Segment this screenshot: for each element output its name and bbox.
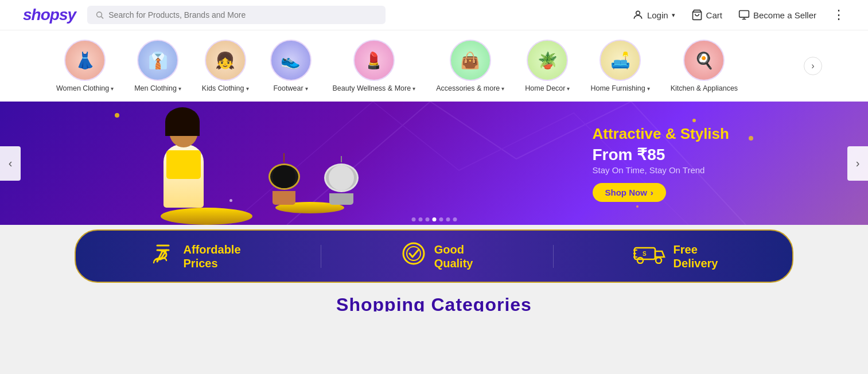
feature-delivery-text: Free Delivery: [674, 243, 718, 270]
nav-item-circle-1: 👔: [137, 40, 178, 81]
nav-item-5[interactable]: 👜 Accessories & more ▾: [426, 36, 515, 96]
delivery-icon: S: [633, 243, 665, 269]
banner-dot-4[interactable]: [439, 217, 443, 221]
chevron-down-icon: ▾: [246, 85, 249, 92]
banner-dot-5[interactable]: [446, 217, 450, 221]
nav-next-arrow[interactable]: ›: [804, 57, 822, 75]
banner-subtitle: Stay On Time, Stay On Trend: [593, 165, 729, 175]
banner-dots: [411, 217, 457, 221]
banner-decoration: [0, 102, 868, 225]
nav-bar: 👗 Women Clothing ▾ 👔 Men Clothing ▾ 👧 Ki…: [0, 30, 868, 102]
feature-divider-1: [321, 245, 321, 268]
banner-next-arrow[interactable]: ›: [847, 146, 868, 181]
nav-item-label-3: Footwear ▾: [273, 84, 308, 92]
nav-item-circle-6: 🪴: [527, 40, 568, 81]
banner-dot-6[interactable]: [453, 217, 457, 221]
banner: ‹: [0, 102, 868, 225]
become-seller-button[interactable]: Become a Seller: [738, 9, 816, 21]
banner-dot-0[interactable]: [411, 217, 415, 221]
feature-quality: Good Quality: [401, 241, 473, 271]
feature-delivery: S Free Delivery: [633, 243, 718, 270]
banner-figure: [149, 110, 218, 225]
banner-container: ‹: [0, 102, 868, 225]
features-bar: Affordable Prices Good Quality S: [75, 229, 793, 283]
watch-display: [275, 202, 344, 213]
chevron-down-icon: ▾: [178, 85, 181, 92]
svg-line-1: [102, 17, 103, 18]
header-actions: Login ▾ Cart Become a Seller ⋮: [632, 7, 845, 22]
nav-item-circle-8: 🍳: [683, 40, 725, 81]
nav-item-label-2: Kids Clothing ▾: [202, 84, 249, 92]
svg-rect-4: [739, 11, 749, 18]
cart-icon: [691, 9, 703, 21]
banner-price: From ₹85: [593, 145, 729, 164]
nav-item-label-5: Accessories & more ▾: [436, 84, 504, 92]
nav-item-label-7: Home Furnishing ▾: [590, 84, 649, 92]
more-options-button[interactable]: ⋮: [832, 7, 845, 22]
shop-now-button[interactable]: Shop Now ›: [593, 183, 666, 202]
banner-dot-3[interactable]: [432, 217, 436, 221]
nav-item-circle-5: 👜: [450, 40, 491, 81]
banner-title: Attractive & Stylish: [593, 125, 729, 143]
login-chevron: ▾: [672, 11, 675, 19]
chevron-down-icon: ▾: [647, 85, 650, 92]
nav-item-circle-7: 🛋️: [600, 40, 641, 81]
nav-item-label-4: Beauty Wellness & More ▾: [333, 84, 416, 92]
nav-item-label-8: Kitchen & Appliances: [671, 84, 738, 92]
nav-item-label-6: Home Decor ▾: [525, 84, 570, 92]
nav-item-circle-4: 💄: [353, 40, 395, 81]
feature-quality-text: Good Quality: [434, 243, 473, 270]
search-bar[interactable]: [87, 6, 386, 24]
chevron-down-icon: ▾: [305, 85, 308, 92]
chevron-down-icon: ▾: [567, 85, 570, 92]
chevron-down-icon: ▾: [412, 85, 415, 92]
search-input[interactable]: [108, 10, 377, 20]
nav-item-circle-3: 👟: [270, 40, 312, 81]
site-logo[interactable]: shopsy: [23, 6, 76, 24]
svg-point-2: [636, 11, 640, 15]
nav-item-7[interactable]: 🛋️ Home Furnishing ▾: [580, 36, 660, 96]
svg-point-9: [637, 258, 643, 263]
feature-affordable-text: Affordable Prices: [184, 243, 241, 270]
nav-categories: 👗 Women Clothing ▾ 👔 Men Clothing ▾ 👧 Ki…: [46, 36, 804, 96]
nav-item-0[interactable]: 👗 Women Clothing ▾: [46, 36, 124, 96]
nav-item-2[interactable]: 👧 Kids Clothing ▾: [192, 36, 259, 96]
chevron-down-icon: ▾: [111, 85, 114, 92]
shopping-categories-heading: Shopping Categories: [0, 294, 868, 311]
banner-dot-2[interactable]: [425, 217, 429, 221]
seller-icon: [738, 9, 750, 21]
banner-text: Attractive & Stylish From ₹85 Stay On Ti…: [593, 125, 729, 202]
chevron-down-icon: ▾: [501, 85, 504, 92]
cart-button[interactable]: Cart: [691, 9, 722, 21]
rupee-icon: [150, 241, 176, 271]
svg-point-10: [656, 258, 661, 263]
nav-item-8[interactable]: 🍳 Kitchen & Appliances: [660, 36, 748, 96]
nav-item-label-1: Men Clothing ▾: [134, 84, 181, 92]
nav-item-label-0: Women Clothing ▾: [56, 84, 114, 92]
svg-point-0: [97, 12, 102, 17]
arrow-icon: ›: [651, 188, 653, 197]
nav-item-1[interactable]: 👔 Men Clothing ▾: [124, 36, 192, 96]
nav-item-3[interactable]: 👟 Footwear ▾: [259, 36, 322, 96]
feature-divider-2: [553, 245, 554, 268]
nav-item-4[interactable]: 💄 Beauty Wellness & More ▾: [322, 36, 426, 96]
nav-item-circle-0: 👗: [64, 40, 106, 81]
shopping-categories-section: Shopping Categories: [0, 283, 868, 311]
header: shopsy Login ▾ Cart Become a Seller ⋮: [0, 0, 868, 30]
nav-item-6[interactable]: 🪴 Home Decor ▾: [515, 36, 580, 96]
banner-prev-arrow[interactable]: ‹: [0, 146, 21, 181]
nav-item-circle-2: 👧: [205, 40, 246, 81]
login-button[interactable]: Login ▾: [632, 9, 675, 21]
quality-icon: [401, 241, 426, 271]
svg-text:S: S: [643, 251, 647, 257]
search-icon: [95, 10, 104, 20]
banner-dot-1[interactable]: [418, 217, 422, 221]
user-icon: [632, 9, 644, 21]
feature-affordable: Affordable Prices: [150, 241, 241, 271]
